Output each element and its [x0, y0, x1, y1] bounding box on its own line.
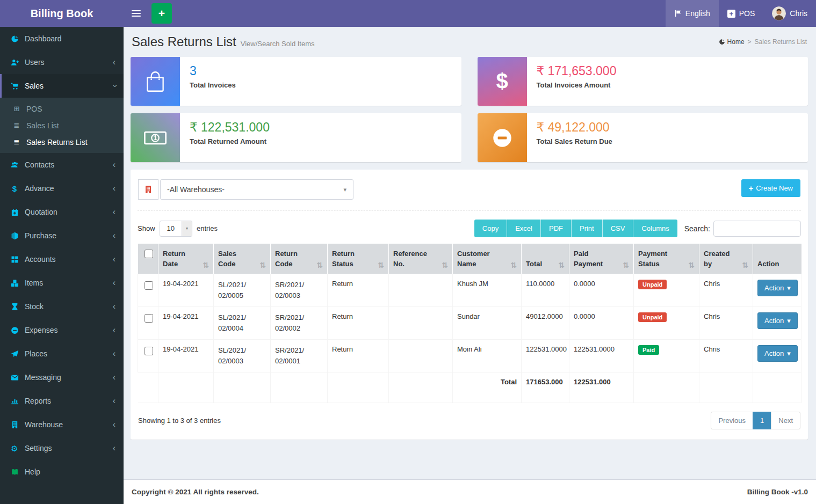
- cell-action: Action▾: [753, 340, 801, 372]
- book-icon: [8, 468, 21, 476]
- sidebar-item-stock[interactable]: Stock ‹: [0, 295, 124, 318]
- menu-toggle-button[interactable]: [124, 0, 148, 27]
- sidebar-item-accounts[interactable]: Accounts ‹: [0, 247, 124, 271]
- plus-square-icon: +: [727, 10, 735, 18]
- cell-checkbox: [138, 340, 158, 372]
- sidebar-item-quotation[interactable]: Quotation ‹: [0, 200, 124, 224]
- warehouse-building-icon: [144, 185, 153, 194]
- sidebar-item-settings[interactable]: ⚙ Settings ‹: [0, 436, 124, 460]
- col-sales-code[interactable]: Sales Code⇅: [214, 244, 271, 274]
- sidebar-item-sales[interactable]: Sales ‹: [0, 74, 124, 98]
- language-menu[interactable]: English: [666, 0, 719, 27]
- page-1-button[interactable]: 1: [753, 412, 771, 429]
- sidebar-item-expenses[interactable]: Expenses ‹: [0, 318, 124, 342]
- sidebar-item-label: Sales: [25, 82, 113, 90]
- search-input[interactable]: [713, 221, 801, 237]
- chevron-left-icon: ‹: [113, 444, 115, 452]
- cell-customer-name: Moin Ali: [453, 340, 522, 372]
- contacts-icon: [8, 161, 21, 169]
- warehouse-select[interactable]: -All Warehouses- ▾: [160, 179, 353, 200]
- user-menu[interactable]: Chris: [763, 0, 816, 27]
- row-checkbox[interactable]: [145, 281, 153, 290]
- csv-button[interactable]: CSV: [603, 220, 634, 237]
- sidebar-item-help[interactable]: Help: [0, 460, 124, 484]
- cell-sales-code: SL/2021/02/0005: [214, 274, 271, 306]
- cell-return-status: Return: [328, 340, 389, 372]
- chevron-down-icon: ‹: [110, 84, 118, 87]
- pos-menu[interactable]: + POS: [719, 0, 764, 27]
- copy-button[interactable]: Copy: [474, 220, 507, 237]
- card-total-invoices: 3 Total Invoices: [131, 57, 461, 106]
- plus-icon: +: [749, 184, 754, 192]
- hourglass-icon: [8, 303, 21, 311]
- sidebar-item-label: Settings: [25, 444, 113, 452]
- col-return-date[interactable]: Return Date⇅: [158, 244, 214, 274]
- previous-page-button[interactable]: Previous: [711, 412, 753, 429]
- list-icon: ≣: [12, 121, 21, 129]
- caret-down-icon: ▾: [787, 349, 791, 357]
- bar-chart-icon: [8, 397, 21, 405]
- sidebar-subitem-sales-returns-list[interactable]: ≣ Sales Returns List: [0, 134, 124, 150]
- sidebar-item-items[interactable]: Items ‹: [0, 271, 124, 295]
- create-new-button[interactable]: + Create New: [741, 179, 800, 197]
- sidebar-item-reports[interactable]: Reports ‹: [0, 389, 124, 413]
- select-all-checkbox[interactable]: [145, 250, 153, 258]
- sidebar-item-users[interactable]: Users ‹: [0, 50, 124, 74]
- col-total[interactable]: Total⇅: [522, 244, 569, 274]
- sidebar-item-warehouse[interactable]: Warehouse ‹: [0, 413, 124, 436]
- col-payment-status[interactable]: Payment Status⇅: [634, 244, 699, 274]
- pdf-button[interactable]: PDF: [541, 220, 572, 237]
- breadcrumb: Home > Sales Returns List: [719, 38, 807, 46]
- page-size-value: 10: [160, 221, 182, 236]
- columns-button[interactable]: Columns: [633, 220, 677, 237]
- sidebar-item-contacts[interactable]: Contacts ‹: [0, 153, 124, 177]
- total-label: Total: [453, 372, 522, 403]
- sidebar-item-advance[interactable]: $ Advance ‹: [0, 177, 124, 200]
- building-icon: [8, 421, 21, 429]
- sidebar-subitem-sales-list[interactable]: ≣ Sales List: [0, 117, 124, 134]
- card-value: ₹ 49,122.000: [537, 120, 612, 135]
- action-button[interactable]: Action▾: [757, 280, 798, 296]
- home-icon: [719, 39, 725, 45]
- plus-icon: +: [158, 7, 165, 19]
- chevron-left-icon: ‹: [113, 160, 115, 169]
- col-created-by[interactable]: Created by⇅: [699, 244, 753, 274]
- action-button[interactable]: Action▾: [757, 312, 798, 329]
- sidebar-item-label: Items: [25, 279, 113, 287]
- version-text: Billing Book -v1.0: [747, 488, 808, 496]
- cell-created-by: Chris: [699, 274, 753, 306]
- col-reference-no[interactable]: Reference No.⇅: [389, 244, 453, 274]
- sort-icon: ⇅: [442, 261, 448, 269]
- col-return-code[interactable]: Return Code⇅: [271, 244, 328, 274]
- envelope-icon: [8, 374, 21, 382]
- col-return-status[interactable]: Return Status⇅: [328, 244, 389, 274]
- sidebar-item-purchase[interactable]: Purchase ‹: [0, 224, 124, 247]
- username: Chris: [790, 9, 807, 18]
- sidebar-item-label: Contacts: [25, 160, 113, 169]
- print-button[interactable]: Print: [572, 220, 603, 237]
- brand-title[interactable]: Billing Book: [0, 0, 124, 27]
- col-customer-name[interactable]: Customer Name⇅: [453, 244, 522, 274]
- svg-text:1: 1: [154, 134, 157, 142]
- paid-sum: 122531.000: [569, 372, 634, 403]
- row-checkbox[interactable]: [145, 314, 153, 323]
- sidebar-item-places[interactable]: Places ‹: [0, 342, 124, 366]
- language-label: English: [685, 9, 710, 18]
- sidebar-item-dashboard[interactable]: Dashboard: [0, 27, 124, 50]
- page-subtitle: View/Search Sold Items: [241, 40, 315, 48]
- action-button[interactable]: Action▾: [757, 345, 798, 362]
- chevron-left-icon: ‹: [113, 184, 115, 193]
- row-checkbox[interactable]: [145, 347, 153, 355]
- cell-checkbox: [138, 274, 158, 306]
- cell-sales-code: SL/2021/02/0004: [214, 306, 271, 339]
- next-page-button[interactable]: Next: [771, 412, 800, 429]
- excel-button[interactable]: Excel: [507, 220, 541, 237]
- breadcrumb-home-link[interactable]: Home: [719, 38, 745, 46]
- sidebar-item-label: Accounts: [25, 255, 113, 264]
- col-paid-payment[interactable]: Paid Payment⇅: [569, 244, 634, 274]
- sidebar-subitem-pos[interactable]: ⊞ POS: [0, 100, 124, 117]
- quick-add-button[interactable]: +: [151, 3, 172, 24]
- sidebar-item-messaging[interactable]: Messaging ‹: [0, 366, 124, 389]
- copyright-text: Copyright © 2021 All rights reserved.: [132, 488, 259, 496]
- page-size-select[interactable]: 10 ▾: [160, 221, 192, 237]
